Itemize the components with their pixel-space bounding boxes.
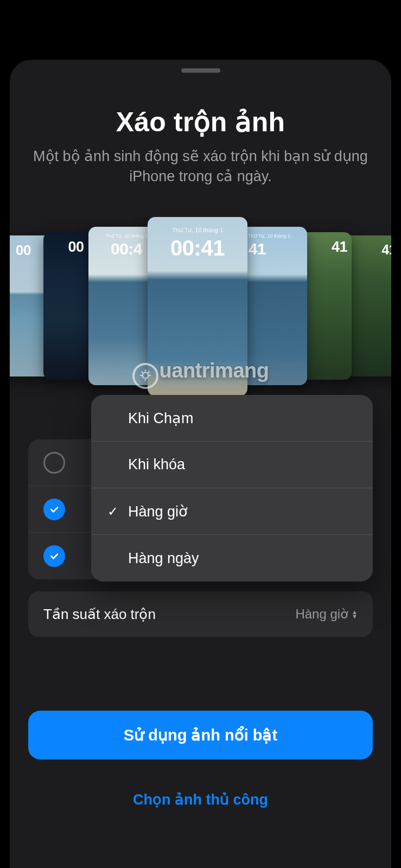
checkmark-icon [43,499,65,520]
chevron-up-down-icon: ▲▼ [352,610,358,618]
lightbulb-icon [132,363,158,389]
popup-option-label: Khi Chạm [128,410,194,427]
frequency-value: Hàng giờ ▲▼ [295,607,358,622]
page-subtitle: Một bộ ảnh sinh động sẽ xáo trộn khi bạn… [26,146,375,187]
sheet-grabber[interactable] [181,68,220,73]
popup-option-label: Hàng giờ [128,503,188,520]
popup-option-label: Khi khóa [128,456,185,473]
checkmark-icon: ✓ [107,504,123,519]
modal-sheet: Xáo trộn ảnh Một bộ ảnh sinh động sẽ xáo… [10,60,391,868]
svg-line-5 [142,372,142,372]
card-time: 00:41 [148,236,247,260]
popup-option-hourly[interactable]: ✓ Hàng giờ [91,488,373,535]
use-featured-photos-button[interactable]: Sử dụng ảnh nổi bật [28,711,373,760]
svg-line-6 [148,372,149,372]
choose-manually-button[interactable]: Chọn ảnh thủ công [10,791,391,808]
popup-option-on-tap[interactable]: Khi Chạm [91,395,373,442]
page-title: Xáo trộn ảnh [10,106,391,138]
card-date: Thứ Tư, 10 tháng 1 [148,227,247,234]
frequency-label: Tần suất xáo trộn [43,606,156,623]
popup-option-label: Hàng ngày [128,550,199,567]
checkmark-icon [43,452,65,474]
watermark: uantrimang [10,359,391,389]
frequency-popup-menu: Khi Chạm Khi khóa ✓ Hàng giờ Hàng ngày [91,395,373,582]
frequency-row[interactable]: Tần suất xáo trộn Hàng giờ ▲▼ [28,591,373,637]
popup-option-daily[interactable]: Hàng ngày [91,535,373,582]
svg-point-0 [142,373,148,379]
checkmark-icon [43,545,65,567]
popup-option-on-lock[interactable]: Khi khóa [91,442,373,488]
